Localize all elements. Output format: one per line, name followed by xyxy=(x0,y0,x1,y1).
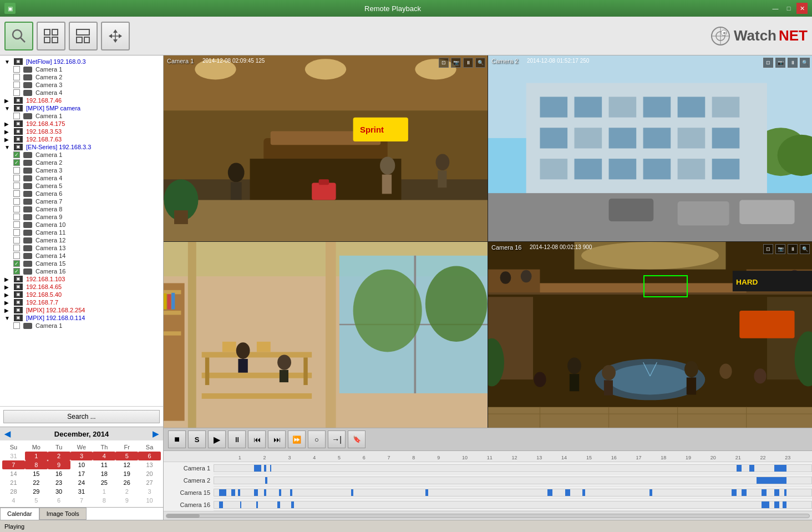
search-tool-button[interactable] xyxy=(4,22,33,50)
cam1-zoom-btn[interactable]: 🔍 xyxy=(475,58,485,68)
calendar-day[interactable]: 25 xyxy=(93,478,115,487)
timeline-scroll-thumb[interactable] xyxy=(166,514,200,518)
timeline-track-bar[interactable] xyxy=(214,489,812,496)
calendar-day[interactable]: 29 xyxy=(25,487,48,496)
tree-item-node34[interactable]: ▼▣[MPIX] 192.168.0.114 xyxy=(2,314,152,322)
calendar-day[interactable]: 26 xyxy=(115,478,138,487)
calendar-day[interactable]: 6 xyxy=(48,496,70,505)
fast-forward-button[interactable]: ⏩ xyxy=(288,430,306,448)
tree-checkbox[interactable]: ✓ xyxy=(13,260,20,267)
tree-item-node13[interactable]: ✓Camera 1 xyxy=(2,151,152,159)
mark-in-button[interactable]: ○ xyxy=(308,430,326,448)
tree-item-node3[interactable]: Camera 2 xyxy=(2,73,152,81)
tree-item-node2[interactable]: Camera 1 xyxy=(2,65,152,73)
cam16-snapshot-btn[interactable]: 📷 xyxy=(775,244,785,254)
calendar-day[interactable]: 6 xyxy=(138,452,161,460)
calendar-day[interactable]: 21 xyxy=(2,478,25,487)
tree-item-node25[interactable]: Camera 13 xyxy=(2,244,152,252)
calendar-day[interactable]: 11 xyxy=(93,460,115,469)
tree-item-node9[interactable]: ▶▣192.168.4.175 xyxy=(2,120,152,128)
grid4-button[interactable] xyxy=(37,22,65,50)
expand-icon[interactable]: ▶ xyxy=(4,136,11,143)
tree-item-node8[interactable]: Camera 1 xyxy=(2,112,152,120)
tree-item-node19[interactable]: Camera 7 xyxy=(2,197,152,205)
tree-item-node4[interactable]: Camera 3 xyxy=(2,81,152,89)
cam2-snapshot-btn[interactable]: 📷 xyxy=(775,58,785,68)
calendar-day[interactable]: 1 xyxy=(25,452,48,460)
close-button[interactable]: ✕ xyxy=(796,3,808,14)
calendar-day[interactable]: 15 xyxy=(25,469,48,478)
tree-checkbox[interactable] xyxy=(13,183,20,189)
expand-icon[interactable]: ▶ xyxy=(4,129,11,135)
tree-item-node17[interactable]: Camera 5 xyxy=(2,182,152,190)
calendar-day[interactable]: 27 xyxy=(138,478,161,487)
calendar-day[interactable]: 10 xyxy=(70,460,93,469)
tree-checkbox[interactable] xyxy=(13,113,20,119)
calendar-day[interactable]: 7 xyxy=(70,496,93,505)
tree-item-node16[interactable]: Camera 4 xyxy=(2,174,152,182)
cam16-fullscreen-btn[interactable]: ⊡ xyxy=(763,244,773,254)
calendar-day[interactable]: 28 xyxy=(2,487,25,496)
calendar-day[interactable]: 5 xyxy=(25,496,48,505)
calendar-day[interactable]: 18 xyxy=(93,469,115,478)
expand-icon[interactable]: ▼ xyxy=(4,105,11,112)
tree-checkbox[interactable]: ✓ xyxy=(13,159,20,166)
expand-icon[interactable]: ▼ xyxy=(4,315,11,321)
move-button[interactable] xyxy=(101,22,130,50)
bookmark-button[interactable]: 🔖 xyxy=(348,430,366,448)
tree-item-node31[interactable]: ▶▣192.168.5.40 xyxy=(2,291,152,298)
cam16-pause-btn[interactable]: ⏸ xyxy=(788,244,798,254)
tree-item-node15[interactable]: Camera 3 xyxy=(2,166,152,174)
tree-item-node29[interactable]: ▶▣192.168.1.103 xyxy=(2,275,152,283)
expand-icon[interactable]: ▶ xyxy=(4,307,11,313)
calendar-day[interactable]: 22 xyxy=(25,478,48,487)
expand-icon[interactable]: ▶ xyxy=(4,300,11,306)
calendar-day[interactable]: 17 xyxy=(70,469,93,478)
expand-icon[interactable]: ▶ xyxy=(4,121,11,127)
slow-motion-button[interactable]: S xyxy=(188,430,206,448)
tree-checkbox[interactable] xyxy=(13,237,20,244)
tree-checkbox[interactable] xyxy=(13,245,20,251)
next-frame-button[interactable]: ⏭ xyxy=(268,430,286,448)
timeline-track-bar[interactable] xyxy=(214,477,812,484)
tree-checkbox[interactable] xyxy=(13,89,20,96)
tree-checkbox[interactable] xyxy=(13,82,20,88)
calendar-day[interactable]: 20 xyxy=(138,469,161,478)
calendar-day[interactable]: 10 xyxy=(138,496,161,505)
tree-item-node28[interactable]: ✓Camera 16 xyxy=(2,267,152,275)
calendar-day[interactable]: 2 xyxy=(48,452,70,460)
tree-checkbox[interactable] xyxy=(13,206,20,212)
calendar-day[interactable]: 5 xyxy=(115,452,138,460)
expand-icon[interactable]: ▶ xyxy=(4,276,11,282)
tree-item-node22[interactable]: Camera 10 xyxy=(2,221,152,229)
calendar-day[interactable]: 2 xyxy=(115,487,138,496)
calendar-day[interactable]: 23 xyxy=(48,478,70,487)
calendar-day[interactable]: 1 xyxy=(93,487,115,496)
tree-item-node32[interactable]: ▶▣192.168.7.7 xyxy=(2,298,152,306)
maximize-button[interactable]: □ xyxy=(783,3,794,14)
tab-calendar[interactable]: Calendar xyxy=(0,508,39,520)
tree-checkbox[interactable] xyxy=(13,190,20,197)
tree-checkbox[interactable] xyxy=(13,229,20,236)
cam2-pause-btn[interactable]: ⏸ xyxy=(788,58,798,68)
split-grid-button[interactable] xyxy=(69,22,98,50)
tree-item-node33[interactable]: ▶▣[MPIX] 192.168.2.254 xyxy=(2,306,152,314)
tree-checkbox[interactable] xyxy=(13,221,20,228)
calendar-day[interactable]: 9 xyxy=(48,460,70,469)
camera-tree[interactable]: ▼▣[NetFlow] 192.168.0.3Camera 1Camera 2C… xyxy=(0,55,154,406)
tree-item-node6[interactable]: ▶▣192.168.7.46 xyxy=(2,97,152,104)
expand-icon[interactable]: ▼ xyxy=(4,144,11,150)
tree-item-node20[interactable]: Camera 8 xyxy=(2,205,152,213)
stop-button[interactable]: ■ xyxy=(168,430,186,448)
calendar-day[interactable]: 16 xyxy=(48,469,70,478)
tree-item-node10[interactable]: ▶▣192.168.3.53 xyxy=(2,128,152,135)
expand-icon[interactable]: ▶ xyxy=(4,292,11,298)
calendar-day[interactable]: 31 xyxy=(2,452,25,460)
calendar-day[interactable]: 14 xyxy=(2,469,25,478)
calendar-day[interactable]: 7 xyxy=(2,460,25,469)
calendar-day[interactable]: 12 xyxy=(115,460,138,469)
tree-checkbox[interactable]: ✓ xyxy=(13,151,20,158)
tree-item-node21[interactable]: Camera 9 xyxy=(2,213,152,221)
cam16-zoom-btn[interactable]: 🔍 xyxy=(800,244,810,254)
tree-item-node35[interactable]: Camera 1 xyxy=(2,322,152,330)
